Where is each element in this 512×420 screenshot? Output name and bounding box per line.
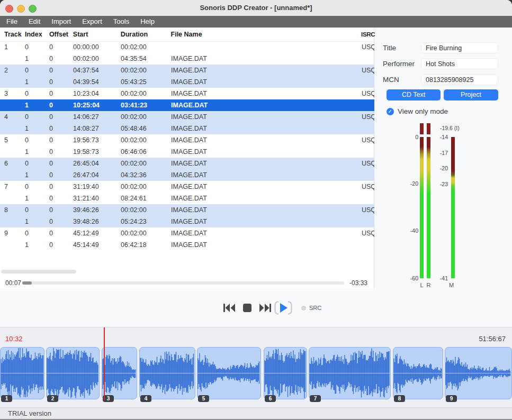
- title-input[interactable]: [421, 42, 498, 53]
- waveform-image: [102, 348, 137, 399]
- waveform-segment[interactable]: [139, 347, 195, 399]
- menu-file[interactable]: File: [6, 16, 17, 28]
- table-row[interactable]: 50019:56:7300:02:00IMAGE.DATUSQ: [0, 134, 374, 146]
- cell-track: [0, 123, 25, 134]
- cell-index: 1: [25, 123, 49, 134]
- cell-file: IMAGE.DAT: [171, 181, 362, 193]
- skip-back-icon: [223, 303, 236, 313]
- waveform-segment[interactable]: [309, 347, 391, 399]
- m-scale-23: -23: [433, 181, 448, 187]
- cell-file: IMAGE.DAT: [171, 134, 362, 146]
- level-meter-right: [427, 137, 430, 278]
- waveform-segment[interactable]: [197, 347, 261, 399]
- play-button[interactable]: [274, 300, 293, 315]
- table-row[interactable]: 1039:48:2605:24:23IMAGE.DAT: [0, 216, 374, 227]
- waveform-segment[interactable]: [46, 347, 100, 399]
- title-bar: Sonoris DDP Creator - [unnamed*]: [0, 0, 512, 16]
- cell-start: 10:23:04: [73, 88, 121, 99]
- cell-offset: 0: [49, 76, 73, 88]
- table-row[interactable]: 40014:06:2700:02:00IMAGE.DATUSQ: [0, 111, 374, 123]
- table-row[interactable]: 1031:21:4008:24:61IMAGE.DAT: [0, 193, 374, 204]
- table-row[interactable]: 60026:45:0400:02:00IMAGE.DATUSQ: [0, 158, 374, 169]
- cell-offset: 0: [49, 204, 73, 216]
- lr-scale-40: -40: [403, 227, 418, 234]
- seek-slider-thumb[interactable]: [22, 281, 32, 285]
- waveform-segment[interactable]: [0, 347, 44, 399]
- cell-duration: 00:02:00: [121, 134, 171, 146]
- table-row[interactable]: 1014:08:2705:48:46IMAGE.DAT: [0, 123, 374, 134]
- waveform-segment[interactable]: [445, 347, 512, 399]
- mcn-input[interactable]: [421, 74, 498, 85]
- trial-version-label: TRIAL version: [8, 408, 51, 419]
- lr-scale-0: 0: [403, 134, 418, 140]
- waveform-segment[interactable]: [393, 347, 443, 399]
- channel-label-mono: M: [448, 282, 455, 289]
- minimize-button[interactable]: [17, 5, 25, 13]
- cell-track: 5: [0, 134, 25, 146]
- cell-index: 0: [25, 88, 49, 99]
- m-scale-17: -17: [433, 150, 448, 156]
- waveform-segment[interactable]: [102, 347, 137, 399]
- track-table: Track Index Offset Start Duration File N…: [0, 28, 374, 289]
- menu-help[interactable]: Help: [140, 16, 155, 28]
- close-button[interactable]: [5, 5, 13, 13]
- mcn-label: MCN: [383, 74, 399, 85]
- cell-file: IMAGE.DAT: [171, 169, 362, 181]
- table-row[interactable]: 30010:23:0400:02:00IMAGE.DATUSQ: [0, 88, 374, 99]
- table-row[interactable]: 70031:19:4000:02:00IMAGE.DATUSQ: [0, 181, 374, 193]
- cell-start: 19:56:73: [73, 134, 121, 146]
- cell-track: [0, 169, 25, 181]
- stop-button[interactable]: [242, 303, 253, 313]
- table-row[interactable]: 1019:58:7306:46:06IMAGE.DAT: [0, 146, 374, 158]
- waveform-image: [445, 348, 511, 399]
- menu-import[interactable]: Import: [51, 16, 71, 28]
- table-row[interactable]: 1026:47:0404:32:36IMAGE.DAT: [0, 169, 374, 181]
- cell-offset: 0: [49, 169, 73, 181]
- cell-file: IMAGE.DAT: [171, 193, 362, 204]
- previous-track-button[interactable]: [223, 303, 236, 313]
- waveform-image: [309, 348, 390, 399]
- cd-text-button[interactable]: CD Text: [387, 89, 441, 101]
- cell-duration: 04:32:36: [121, 169, 171, 181]
- cell-index: 1: [25, 76, 49, 88]
- cell-index: 1: [25, 239, 49, 251]
- cell-start: 10:25:04: [73, 99, 121, 111]
- level-meter-left: [420, 137, 424, 278]
- horizontal-scrollbar-thumb[interactable]: [1, 270, 76, 273]
- table-row[interactable]: 1045:14:4906:42:18IMAGE.DAT: [0, 239, 374, 251]
- cell-isrc: USQ: [362, 227, 374, 239]
- menu-edit[interactable]: Edit: [29, 16, 40, 28]
- table-row[interactable]: 90045:12:4900:02:00IMAGE.DATUSQ: [0, 227, 374, 239]
- seek-slider[interactable]: [22, 281, 344, 285]
- zoom-button[interactable]: [29, 5, 37, 13]
- m-scale-14: -14: [433, 134, 448, 140]
- cell-offset: 0: [49, 158, 73, 169]
- cell-index: 0: [25, 41, 49, 53]
- next-track-button[interactable]: [259, 303, 272, 313]
- performer-input[interactable]: [421, 58, 498, 69]
- transport-bar: SRC: [223, 300, 321, 315]
- cell-start: 39:48:26: [73, 216, 121, 227]
- waveform-image: [197, 348, 261, 399]
- cell-duration: 06:42:18: [121, 239, 171, 251]
- project-button[interactable]: Project: [444, 89, 498, 101]
- table-row[interactable]: 1000:02:0004:35:54IMAGE.DAT: [0, 53, 374, 65]
- table-row[interactable]: 1004:39:5405:43:25IMAGE.DAT: [0, 76, 374, 88]
- waveform-segment[interactable]: [264, 347, 307, 399]
- col-offset: Offset: [49, 28, 73, 41]
- cell-track: [0, 239, 25, 251]
- table-row[interactable]: 10000:00:0000:02:00USQ: [0, 41, 374, 53]
- menu-tools[interactable]: Tools: [113, 16, 129, 28]
- table-row[interactable]: 80039:46:2600:02:00IMAGE.DATUSQ: [0, 204, 374, 216]
- cell-start: 00:02:00: [73, 53, 121, 65]
- cell-index: 1: [25, 99, 49, 111]
- table-row[interactable]: 1010:25:0403:41:23IMAGE.DAT: [0, 99, 374, 111]
- table-row[interactable]: 20004:37:5400:02:00IMAGE.DATUSQ: [0, 65, 374, 76]
- cell-offset: 0: [49, 193, 73, 204]
- cell-start: 04:37:54: [73, 65, 121, 76]
- src-indicator[interactable]: [301, 306, 306, 311]
- menu-export[interactable]: Export: [82, 16, 102, 28]
- time-elapsed: 00:07: [5, 279, 21, 287]
- cell-duration: 00:02:00: [121, 158, 171, 169]
- view-only-checkbox[interactable]: [387, 108, 394, 115]
